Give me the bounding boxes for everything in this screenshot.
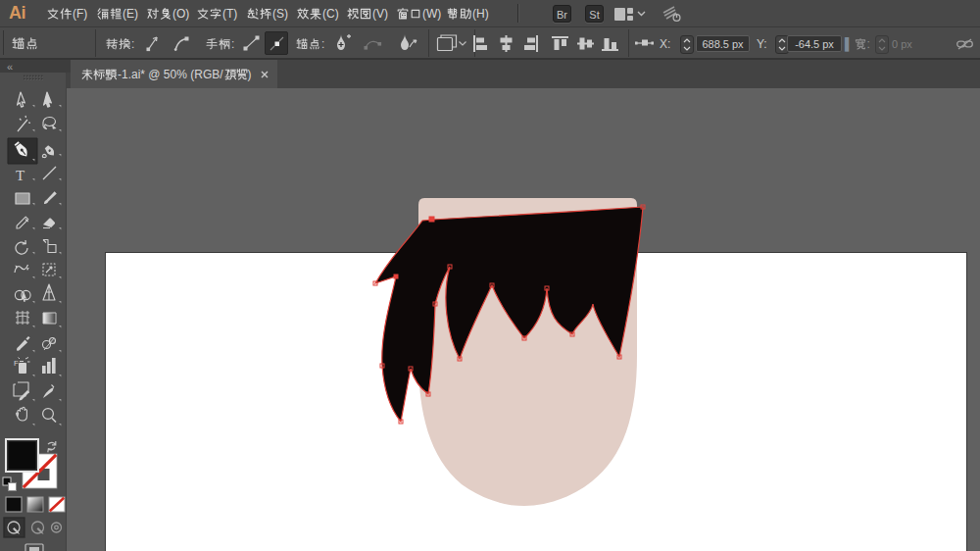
svg-text:T: T [16, 168, 24, 183]
svg-text:F: F [14, 359, 19, 368]
